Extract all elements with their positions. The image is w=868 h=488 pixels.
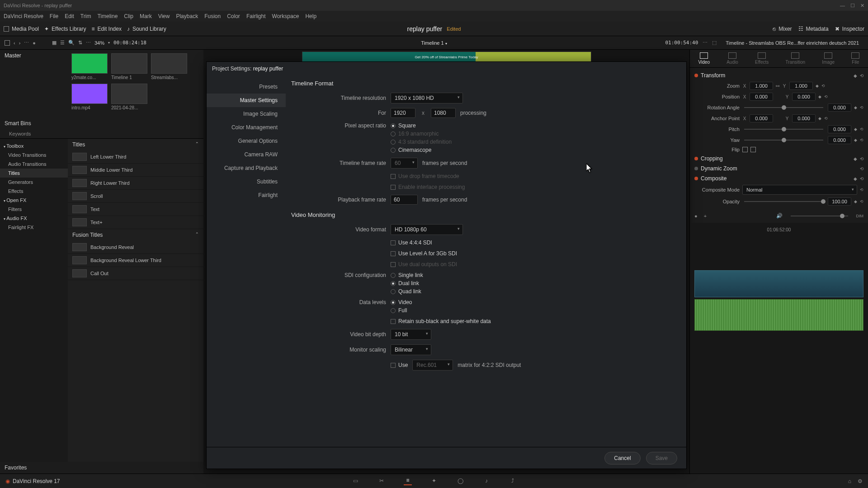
reset-icon[interactable]: ⟲ (860, 156, 863, 161)
keyframe-icon[interactable]: ◆ (854, 105, 857, 110)
sound-library-toggle[interactable]: ♪Sound Library (127, 26, 166, 32)
menu-davinci-resolve[interactable]: DaVinci Resolve (4, 13, 43, 19)
fusion-title-preset[interactable]: Background Reveal (68, 241, 203, 254)
menu-color[interactable]: Color (227, 13, 240, 19)
dim-icon[interactable]: DIM (856, 214, 864, 218)
reset-icon[interactable]: ⟲ (860, 105, 863, 110)
search-icon[interactable]: 🔍 (68, 40, 75, 46)
anchor-y[interactable]: 0.000 (792, 114, 816, 122)
check-use-matrix[interactable]: Use (391, 362, 408, 368)
fusion-title-preset[interactable]: Call Out (68, 267, 203, 280)
inspector-timeline[interactable]: 01:06:52:00 (690, 223, 868, 474)
media-clip[interactable]: 2021-04-28... (111, 84, 147, 110)
rec-icon[interactable]: ● (33, 40, 36, 46)
title-preset[interactable]: Left Lower Third (68, 150, 203, 164)
keyframe-icon[interactable]: ◆ (854, 199, 857, 204)
title-preset[interactable]: Text+ (68, 216, 203, 229)
menu-fusion[interactable]: Fusion (204, 13, 221, 19)
reset-icon[interactable]: ⟲ (860, 188, 863, 192)
menu-help[interactable]: Help (305, 13, 316, 19)
yaw-slider[interactable] (744, 140, 823, 141)
toolbox-open-fx[interactable]: Open FX (0, 196, 68, 205)
smart-bins-header[interactable]: Smart Bins (0, 117, 68, 129)
title-preset[interactable]: Scroll (68, 190, 203, 203)
pitch-slider[interactable] (744, 129, 823, 130)
settings-tab-image-scaling[interactable]: Image Scaling (207, 107, 286, 121)
yaw-val[interactable]: 0.000 (828, 136, 851, 144)
select-timeline-resolution[interactable]: 868 x 488 HD▾ (391, 93, 463, 103)
more-icon[interactable]: ⋯ (24, 40, 29, 46)
opacity-slider[interactable] (744, 201, 823, 202)
nav-next-icon[interactable]: › (19, 40, 21, 46)
keyframe-icon[interactable]: ◆ (854, 176, 857, 181)
media-clip[interactable]: intro.mp4 (71, 84, 108, 110)
sort-icon[interactable]: ⇅ (78, 40, 82, 46)
zoom-percent[interactable]: 34% (94, 40, 104, 46)
settings-tab-capture-and-playback[interactable]: Capture and Playback (207, 161, 286, 175)
options-icon[interactable]: ⋯ (703, 40, 708, 46)
kf-marker-icon[interactable]: ● (694, 213, 698, 219)
favorites-header[interactable]: Favorites (0, 462, 203, 474)
menu-file[interactable]: File (50, 13, 58, 19)
keyframe-icon[interactable]: ◆ (816, 84, 819, 88)
input-width[interactable]: 1920 (391, 108, 415, 118)
reset-icon[interactable]: ⟲ (860, 166, 863, 171)
menu-view[interactable]: View (158, 13, 170, 19)
menu-fairlight[interactable]: Fairlight (246, 13, 266, 19)
inspector-tab-file[interactable]: File (851, 52, 859, 65)
radio-sdi-config[interactable]: Dual link (391, 280, 423, 286)
collapse-icon[interactable]: ⌃ (195, 232, 199, 238)
page-cut[interactable]: ✂ (377, 477, 386, 485)
menu-playback[interactable]: Playback (176, 13, 198, 19)
rotation-val[interactable]: 0.000 (828, 103, 851, 112)
mini-video-track[interactable] (694, 270, 863, 297)
keyframe-icon[interactable]: ◆ (854, 73, 857, 78)
settings-tab-camera-raw[interactable]: Camera RAW (207, 148, 286, 161)
toolbox-fairlight-fx[interactable]: Fairlight FX (0, 223, 68, 232)
options-icon[interactable]: ⋯ (86, 40, 91, 46)
inspector-tab-audio[interactable]: Audio (726, 52, 738, 65)
fusion-title-preset[interactable]: Background Reveal Lower Third (68, 254, 203, 267)
page-media[interactable]: ▭ (351, 477, 359, 485)
timeline-timecode[interactable]: 01:00:54:40 (665, 40, 698, 46)
effects-library-toggle[interactable]: ✦Effects Library (44, 26, 86, 32)
page-color[interactable]: ◯ (456, 477, 464, 485)
toolbox-toolbox[interactable]: Toolbox (0, 141, 68, 150)
menu-mark[interactable]: Mark (140, 13, 152, 19)
rotation-slider[interactable] (744, 107, 823, 108)
inspector-tab-transition[interactable]: Transition (786, 52, 806, 65)
keyframe-icon[interactable]: ◆ (854, 127, 857, 131)
settings-tab-presets[interactable]: Presets (207, 80, 286, 94)
reset-icon[interactable]: ⟲ (824, 116, 828, 121)
pos-x[interactable]: 0.000 (750, 93, 773, 101)
home-icon[interactable]: ⌂ (848, 478, 851, 484)
radio-sdi-config[interactable]: Quad link (391, 288, 423, 295)
grid-icon[interactable]: ▦ (52, 40, 57, 46)
smart-bin-keywords[interactable]: Keywords (0, 129, 68, 138)
check-level-a[interactable]: Use Level A for 3Gb SDI (391, 250, 457, 257)
close-icon[interactable]: ✕ (860, 3, 864, 9)
toolbox-audio-fx[interactable]: Audio FX (0, 214, 68, 223)
title-preset[interactable]: Right Lower Third (68, 177, 203, 190)
maximize-icon[interactable]: ☐ (850, 3, 855, 9)
page-fusion[interactable]: ✦ (430, 477, 438, 485)
titles-header[interactable]: Titles (72, 141, 85, 148)
reset-icon[interactable]: ⟲ (860, 199, 863, 204)
section-dynamic-zoom[interactable]: Dynamic Zoom (701, 165, 737, 172)
mixer-toggle[interactable]: ⎋Mixer (773, 26, 792, 32)
radio-data-levels[interactable]: Video (391, 299, 412, 305)
timeline-name[interactable]: Timeline 1 ▾ (421, 40, 447, 46)
toolbox-generators[interactable]: Generators (0, 178, 68, 187)
bin-master[interactable]: Master (0, 50, 68, 61)
chevron-down-icon[interactable]: ▾ (445, 42, 447, 46)
settings-tab-fairlight[interactable]: Fairlight (207, 188, 286, 202)
volume-icon[interactable]: 🔊 (776, 213, 783, 219)
radio-data-levels[interactable]: Full (391, 307, 412, 314)
select-composite-mode[interactable]: Normal▾ (742, 185, 857, 195)
toolbox-filters[interactable]: Filters (0, 205, 68, 214)
reset-icon[interactable]: ⟲ (860, 138, 863, 142)
menu-edit[interactable]: Edit (65, 13, 74, 19)
toolbox-effects[interactable]: Effects (0, 187, 68, 196)
menu-clip[interactable]: Clip (124, 13, 133, 19)
radio-pixel-aspect[interactable]: Square (391, 122, 452, 129)
